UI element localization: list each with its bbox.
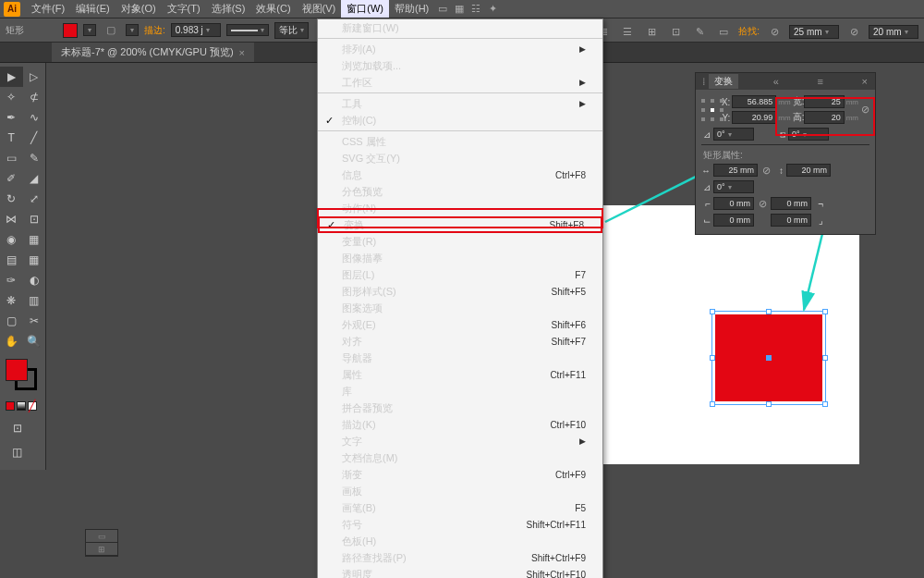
menu-item[interactable]: 新建窗口(W) — [318, 19, 602, 36]
menu-file[interactable]: 文件(F) — [26, 0, 70, 18]
menu-item[interactable]: 色板(H) — [318, 533, 602, 549]
shaper-tool[interactable]: ✐ — [0, 168, 23, 189]
menu-item[interactable]: ✓控制(C) — [318, 112, 602, 129]
isolate-icon[interactable]: ⊡ — [666, 22, 685, 41]
menu-item[interactable]: 文档信息(M) — [318, 449, 602, 466]
menu-item[interactable]: SVG 交互(Y) — [318, 150, 602, 166]
resize-handle[interactable] — [822, 401, 828, 407]
rect-h-field[interactable] — [786, 164, 831, 177]
rotate-tool[interactable]: ↻ — [0, 189, 23, 209]
menu-type[interactable]: 文字(T) — [162, 0, 206, 18]
stroke-dropdown[interactable] — [126, 24, 139, 36]
preset-dropdown[interactable]: 等比 — [274, 22, 309, 39]
gradient-mode-icon[interactable] — [17, 401, 26, 411]
fill-swatch[interactable] — [63, 23, 78, 38]
fill-dropdown[interactable] — [83, 24, 96, 36]
artboard-tool[interactable]: ▢ — [0, 311, 23, 331]
rotate-field[interactable]: 0° — [713, 128, 754, 141]
transform-tab[interactable]: 变换 — [709, 74, 738, 89]
resize-handle[interactable] — [766, 309, 772, 314]
menu-item[interactable]: 图像描摹 — [318, 250, 602, 266]
navigator-mini[interactable]: ▭ ⊞ — [85, 529, 118, 557]
slice-tool[interactable]: ✂ — [23, 311, 46, 331]
selection-tool[interactable]: ▶ — [0, 67, 23, 87]
menu-item[interactable]: 属性Ctrl+F11 — [318, 366, 602, 383]
menu-item[interactable]: 变量(R) — [318, 233, 602, 250]
y-field[interactable] — [732, 111, 776, 124]
corner-tl-field[interactable] — [713, 197, 754, 210]
eraser-tool[interactable]: ◢ — [23, 168, 46, 189]
align2-icon[interactable]: ☰ — [618, 22, 637, 41]
menu-item[interactable]: 路径查找器(P)Shift+Ctrl+F9 — [318, 549, 602, 566]
resize-handle[interactable] — [766, 401, 772, 407]
resize-handle[interactable] — [710, 355, 715, 361]
eyedropper-tool[interactable]: ✑ — [0, 270, 23, 290]
none-mode-icon[interactable]: ╱ — [28, 401, 37, 411]
menu-item[interactable]: 拼合器预览 — [318, 400, 602, 416]
free-transform-tool[interactable]: ⊡ — [23, 209, 46, 229]
rect-angle-field[interactable]: 0° — [713, 180, 754, 193]
corner-bl-field[interactable] — [713, 214, 754, 227]
symbol-tool[interactable]: ❋ — [0, 290, 23, 311]
panel-close-icon[interactable]: × — [858, 76, 871, 87]
mesh-tool[interactable]: ▤ — [0, 250, 23, 270]
color-mode-icon[interactable] — [6, 401, 15, 411]
direct-selection-tool[interactable]: ▷ — [23, 67, 46, 87]
menu-edit[interactable]: 编辑(E) — [70, 0, 116, 18]
stroke-weight-field[interactable]: 0.983 j — [171, 23, 221, 37]
panel-menu-icon[interactable]: ≡ — [813, 76, 826, 87]
menu-item[interactable]: 对齐Shift+F7 — [318, 333, 602, 350]
close-tab-icon[interactable]: × — [239, 47, 245, 58]
menu-item[interactable]: 描边(K)Ctrl+F10 — [318, 416, 602, 433]
resize-handle[interactable] — [710, 309, 715, 314]
type-tool[interactable]: T — [0, 128, 23, 148]
arrange-icon[interactable]: ☷ — [468, 3, 484, 15]
width-field[interactable]: 25 mm — [789, 25, 839, 39]
zoom-tool[interactable]: 🔍 — [23, 331, 46, 351]
screen-mode-icon[interactable]: ⊡ — [6, 418, 29, 438]
reference-point[interactable] — [701, 99, 716, 121]
link2-icon[interactable]: ⊘ — [845, 22, 863, 41]
menu-object[interactable]: 对象(O) — [116, 0, 162, 18]
menu-item[interactable]: 排列(A)▶ — [318, 41, 602, 57]
height-field[interactable]: 20 mm — [869, 25, 918, 39]
menu-window[interactable]: 窗口(W) — [341, 0, 389, 18]
resize-handle[interactable] — [710, 401, 715, 407]
x-field[interactable] — [732, 95, 776, 108]
scale-tool[interactable]: ⤢ — [23, 189, 46, 209]
menu-item[interactable]: 动作(N) — [318, 200, 602, 216]
menu-item[interactable]: CSS 属性 — [318, 133, 602, 150]
menu-item[interactable]: 分色预览 — [318, 183, 602, 200]
rect-w-field[interactable] — [713, 164, 758, 177]
perspective-tool[interactable]: ▦ — [23, 229, 46, 250]
gradient-tool[interactable]: ▦ — [23, 250, 46, 270]
blend-tool[interactable]: ◐ — [23, 270, 46, 290]
line-tool[interactable]: ╱ — [23, 128, 46, 148]
corner-br-field[interactable] — [771, 214, 811, 227]
menu-item[interactable]: 信息Ctrl+F8 — [318, 166, 602, 183]
resize-handle[interactable] — [822, 355, 828, 361]
menu-item[interactable]: 图形样式(S)Shift+F5 — [318, 283, 602, 300]
corner-tr-field[interactable] — [771, 197, 811, 210]
lasso-tool[interactable]: ⊄ — [23, 87, 46, 107]
brush-tool[interactable]: ✎ — [23, 148, 46, 168]
stroke-swatch[interactable]: ▢ — [102, 21, 120, 40]
transform-icon[interactable]: ⊞ — [642, 22, 661, 41]
link-corners-icon[interactable]: ⊘ — [757, 198, 768, 210]
panel-collapse-icon[interactable]: « — [770, 76, 783, 87]
bridge-icon[interactable]: ▦ — [451, 3, 468, 15]
search-icon[interactable]: ▭ — [434, 3, 451, 15]
menu-item[interactable]: 渐变Ctrl+F9 — [318, 466, 602, 483]
menu-item[interactable]: 画板 — [318, 483, 602, 499]
link-wh-icon[interactable]: ⊘ — [765, 22, 784, 41]
document-tab[interactable]: 未标题-7* @ 200% (CMYK/GPU 预览) × — [52, 43, 254, 62]
menu-item[interactable]: 导航器 — [318, 350, 602, 366]
menu-item[interactable]: 图案选项 — [318, 300, 602, 316]
menu-item[interactable]: 符号Shift+Ctrl+F11 — [318, 516, 602, 533]
menu-item[interactable]: 图层(L)F7 — [318, 266, 602, 283]
menu-select[interactable]: 选择(S) — [206, 0, 251, 18]
width-tool[interactable]: ⋈ — [0, 209, 23, 229]
panel-grip-icon[interactable]: ⁞ — [699, 76, 709, 88]
menu-effect[interactable]: 效果(C) — [250, 0, 296, 18]
center-handle[interactable] — [766, 355, 772, 361]
